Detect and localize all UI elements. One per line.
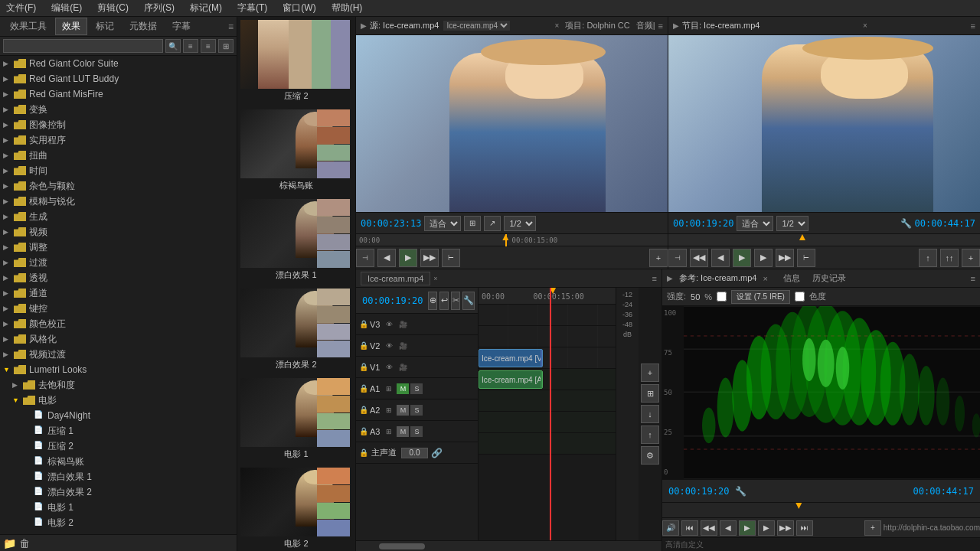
track-area-a2[interactable]: [479, 390, 616, 412]
scope-history-tab[interactable]: 历史记录: [809, 271, 849, 285]
scope-go-end-btn[interactable]: ⏭: [796, 520, 813, 536]
scope-fast-fwd-btn[interactable]: ▶▶: [777, 520, 794, 536]
thumb-compress2[interactable]: 压缩 2: [240, 20, 352, 103]
panel-menu-icon[interactable]: ≡: [228, 21, 234, 32]
source-play-btn[interactable]: ▶: [399, 249, 417, 267]
scope-menu[interactable]: ≡: [971, 274, 975, 283]
menu-item-edit[interactable]: 编辑(E): [48, 0, 85, 16]
source-add-btn[interactable]: +: [649, 249, 668, 267]
track-a2-mute[interactable]: M: [397, 405, 409, 416]
program-mark-in-btn[interactable]: ⊣: [668, 249, 687, 267]
program-fit-select[interactable]: 适合: [737, 216, 773, 231]
track-v2-lock[interactable]: 🔒: [359, 341, 368, 350]
tree-item-color-correction[interactable]: ▶ 颜色校正: [0, 316, 237, 331]
tree-item-movie2[interactable]: ▶ 📄 电影 2: [0, 515, 237, 530]
scope-play-btn[interactable]: ▶: [739, 520, 756, 536]
source-mark-out-btn[interactable]: ⊢: [442, 249, 460, 267]
menu-item-sequence[interactable]: 序列(S): [141, 0, 178, 16]
tree-item-time[interactable]: ▶ 时间: [0, 163, 237, 178]
thumb-bleach2[interactable]: 漂白效果 2: [240, 289, 352, 372]
program-panel-menu[interactable]: ≡: [971, 21, 975, 31]
tl-btn-2[interactable]: ↩: [439, 292, 449, 310]
menu-item-help[interactable]: 帮助(H): [328, 0, 366, 16]
timeline-scrollbar[interactable]: [356, 540, 662, 551]
menu-item-mark[interactable]: 标记(M): [187, 0, 225, 16]
source-panel-dropdown[interactable]: Ice-cream.mp4: [443, 21, 510, 31]
track-a3-expand[interactable]: ⊞: [383, 425, 395, 438]
source-export-btn[interactable]: ↗: [484, 216, 501, 231]
scope-add-btn[interactable]: +: [864, 520, 881, 536]
track-a2-lock[interactable]: 🔒: [359, 406, 368, 414]
source-ratio-select[interactable]: 1/2: [504, 216, 536, 231]
effects-tab[interactable]: 效果: [55, 18, 87, 35]
search-opt2[interactable]: ≡: [201, 39, 216, 53]
tree-item-rg-misfire[interactable]: ▶ Red Giant MisFire: [0, 86, 237, 102]
a1-clip[interactable]: Ice-cream.mp4 [A]: [479, 370, 543, 389]
program-mark-out-btn[interactable]: ⊢: [797, 249, 815, 267]
scope-rewind-btn[interactable]: ◀◀: [701, 520, 717, 536]
source-grid-btn[interactable]: ⊞: [464, 216, 481, 231]
program-step-back-btn[interactable]: ◀: [711, 249, 730, 267]
search-opt3[interactable]: ⊞: [218, 39, 234, 53]
track-a1-mute[interactable]: M: [397, 383, 409, 394]
marks-tab[interactable]: 标记: [89, 18, 121, 35]
track-master-lock[interactable]: 🔒: [359, 448, 368, 457]
program-rewind-btn[interactable]: ◀◀: [690, 249, 708, 267]
program-fast-fwd-btn[interactable]: ▶▶: [776, 249, 794, 267]
track-area-v3[interactable]: [479, 305, 616, 326]
source-ruler[interactable]: 00:00 00:00:15:00: [356, 233, 668, 246]
program-play-btn[interactable]: ▶: [733, 249, 751, 267]
program-add-btn[interactable]: +: [962, 249, 980, 267]
menu-item-clip[interactable]: 剪辑(C): [94, 0, 132, 16]
program-extract-btn[interactable]: ↑↑: [940, 249, 959, 267]
tl-btn-1[interactable]: ⊕: [428, 292, 437, 310]
thumb-movie1[interactable]: 电影 1: [240, 378, 352, 461]
tl-btn-3[interactable]: ✂: [451, 292, 460, 310]
tree-item-channel[interactable]: ▶ 通道: [0, 285, 237, 301]
tree-item-stylize[interactable]: ▶ 风格化: [0, 331, 237, 347]
tree-item-image-ctrl[interactable]: ▶ 图像控制: [0, 117, 237, 132]
tree-item-lumetri[interactable]: ▼ Lumetri Looks: [0, 362, 237, 377]
search-button[interactable]: 🔍: [165, 39, 181, 53]
tree-item-movie1[interactable]: ▶ 📄 电影 1: [0, 500, 237, 515]
tree-item-desaturate[interactable]: ▶ 去饱和度: [0, 377, 237, 393]
track-area-master[interactable]: [479, 433, 616, 455]
tree-item-video-transition[interactable]: ▶ 视频过渡: [0, 347, 237, 362]
v1-clip[interactable]: Ice-cream.mp4 [V]: [479, 349, 543, 367]
tree-item-compress2[interactable]: ▶ 📄 压缩 2: [0, 439, 237, 454]
tree-item-transition[interactable]: ▶ 过渡: [0, 255, 237, 270]
tl-add-track-btn[interactable]: +: [641, 364, 659, 382]
tree-item-utility[interactable]: ▶ 实用程序: [0, 132, 237, 148]
program-panel-close-btn[interactable]: ×: [863, 21, 867, 30]
settings-checkbox[interactable]: [717, 292, 727, 302]
tl-up-btn[interactable]: ↑: [641, 425, 659, 444]
tree-item-bleach1[interactable]: ▶ 📄 漂白效果 1: [0, 469, 237, 484]
track-master-vol[interactable]: 0.0: [401, 448, 428, 458]
scope-ruler[interactable]: [662, 502, 980, 517]
meta-tab[interactable]: 元数据: [122, 18, 164, 35]
track-v1-lock[interactable]: 🔒: [359, 363, 368, 371]
timeline-tab-close[interactable]: ×: [433, 275, 437, 282]
program-step-fwd-btn[interactable]: ▶: [754, 249, 773, 267]
timeline-time-ruler[interactable]: 00:00 00:00:15:00: [479, 288, 616, 305]
source-rewind-btn[interactable]: ◀: [377, 249, 396, 267]
tree-item-blur-sharpen[interactable]: ▶ 模糊与锐化: [0, 194, 237, 209]
delete-icon[interactable]: 🗑: [19, 537, 30, 549]
search-input[interactable]: [3, 39, 163, 53]
track-v3-lock[interactable]: 🔒: [359, 320, 368, 328]
tree-item-rg-lut-buddy[interactable]: ▶ Red Giant LUT Buddy: [0, 71, 237, 86]
search-opt1[interactable]: ≡: [183, 39, 198, 53]
thumb-movie2[interactable]: 电影 2: [240, 468, 352, 551]
tl-btn-4[interactable]: 🔧: [462, 292, 475, 310]
track-a3-solo[interactable]: S: [410, 426, 423, 437]
track-area-v2[interactable]: [479, 326, 616, 347]
tl-down-btn[interactable]: ↓: [641, 405, 659, 423]
scope-ref-close[interactable]: ×: [763, 274, 767, 283]
tree-item-distort[interactable]: ▶ 扭曲: [0, 148, 237, 163]
thumb-brownbird[interactable]: 棕褐鸟账: [240, 109, 352, 193]
program-wrench-icon[interactable]: 🔧: [900, 218, 912, 229]
tree-item-day4night[interactable]: ▶ 📄 Day4Night: [0, 408, 237, 423]
scope-info-tab[interactable]: 信息: [780, 271, 803, 285]
tl-settings-btn[interactable]: ⚙: [641, 446, 659, 465]
timeline-tab-label[interactable]: Ice-cream.mp4: [361, 272, 430, 285]
